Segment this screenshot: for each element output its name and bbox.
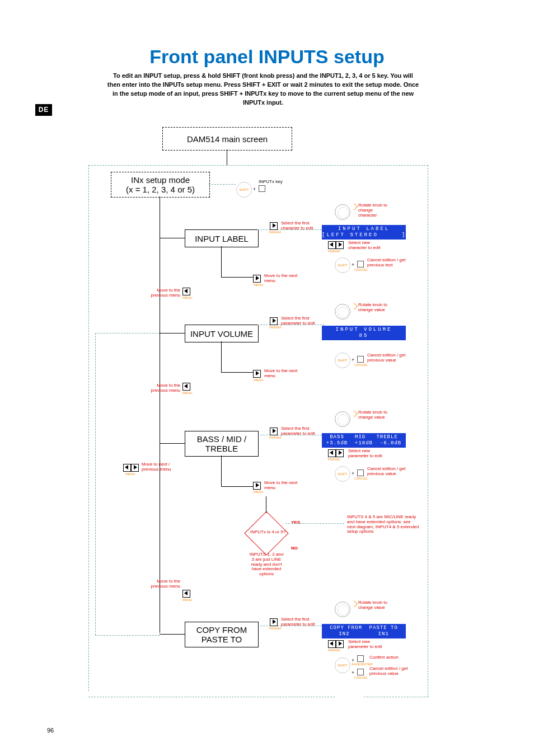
menu-prev-icon-2 (182, 383, 190, 391)
hint-rotate-val-3: Rotate knob to change value (358, 600, 392, 611)
lcd-input-label-r1: INPUT LABEL (322, 226, 406, 232)
shift-icon-3: SHIFT (335, 353, 350, 368)
menu-next-icon (253, 275, 261, 283)
box-input-volume-text: INPUT VOLUME (185, 329, 258, 339)
lcd-volume-r1: INPUT VOLUME (322, 327, 406, 333)
param-right-icon (270, 222, 278, 230)
box-eq-text: BASS / MID / TREBLE (185, 434, 258, 453)
hint-select-first-param-3: Select the first parameter to edit (281, 617, 320, 627)
shift-icon-4: SHIFT (335, 466, 350, 482)
nav-left-icon (328, 241, 336, 249)
hint-prev-menu-3: Move to the previous menu (147, 579, 180, 589)
rotary-knob-icon-3 (335, 411, 350, 427)
language-tab: DE (35, 104, 52, 116)
hint-rotate-val-1: Rotate knob to change value (358, 303, 392, 313)
hint-select-first-param-1: Select the first parameter to edit (281, 316, 320, 326)
shift-icon-5: SHIFT (335, 658, 350, 673)
param-right-icon-3 (270, 428, 278, 435)
decision-yes: YES (291, 520, 300, 525)
hint-cancel-text: Cancel edition / get previous text (367, 258, 406, 268)
param-label: PARAM (269, 231, 281, 234)
param-right-icon-4 (270, 618, 278, 626)
lcd-copy-r2: IN2 IN1 (322, 631, 406, 637)
menu-next-icon-3 (253, 482, 261, 490)
nav-char-pair (328, 241, 345, 249)
menu-prev-icon (182, 288, 190, 295)
lcd-volume-r2: 85 (322, 333, 406, 339)
hint-next-menu-2: Move to the next menu (264, 369, 298, 379)
hint-select-first-char: Select the first character to edit (281, 221, 320, 231)
rotary-knob-icon (335, 204, 350, 220)
menu-label-2: MENU (182, 296, 193, 299)
hint-cancel-val-3: Cancel edition / get previous value (369, 666, 409, 677)
inputx-key-icon (259, 185, 265, 192)
nav-param-pair-eq (328, 449, 345, 457)
box-input-label: INPUT LABEL (185, 229, 259, 247)
flowchart: DAM514 main screen INx setup mode (x = 1… (84, 126, 431, 702)
box-main-screen-label: DAM514 main screen (163, 134, 292, 144)
intro-paragraph: To edit an INPUT setup, press & hold SHI… (106, 72, 420, 107)
hint-next-menu-1: Move to the next menu (264, 274, 298, 284)
cancel-key-label: CANCEL (354, 268, 368, 271)
lcd-input-label: INPUT LABEL [LEFT STEREO ] (322, 225, 406, 240)
menu-prev-icon-3 (182, 590, 190, 598)
hint-prev-menu-2: Move to the previous menu (147, 383, 180, 393)
nav-right-icon (336, 241, 344, 249)
save-key-icon (357, 655, 364, 662)
page-number: 96 (47, 727, 54, 734)
decision-no: NO (291, 546, 298, 551)
shift-icon: SHIFT (236, 182, 252, 198)
decision-yes-note: INPUTS 4 & 5 are MIC/LINE ready and have… (347, 515, 420, 534)
lcd-eq: BASS MID TREBLE +3.5dB +10dB -6.0dB (322, 433, 406, 448)
hint-select-new-param-eq: Select new parameter to edit (348, 449, 387, 459)
menu-next-icon-2 (253, 370, 261, 378)
nav-menu-pair (123, 464, 140, 472)
nav-param-pair-copy (328, 640, 345, 648)
hint-rotate-val-2: Rotate knob to change value (358, 410, 392, 420)
lcd-input-label-r2: [LEFT STEREO ] (322, 232, 406, 238)
hint-nextprev-menu: Move to next / previous menu (142, 462, 176, 472)
hint-prev-menu-1: Move to the previous menu (147, 288, 180, 298)
lcd-copy: COPY FROM PASTE TO IN2 IN1 (322, 624, 406, 638)
decision-text: INPUTx is 4 or 5? (246, 530, 291, 535)
hint-select-new-param-copy: Select new parameter to edit (348, 640, 387, 650)
cancel-key-icon-3 (357, 469, 364, 476)
inputx-key-label: INPUTx key (259, 180, 283, 185)
cancel-key-icon-2 (357, 356, 364, 363)
box-eq: BASS / MID / TREBLE (185, 431, 259, 457)
hint-cancel-val-1: Cancel edition / get previous value (367, 353, 406, 363)
hint-next-menu-3: Move to the next menu (264, 481, 298, 491)
hint-cancel-val-2: Cancel edition / get previous value (367, 467, 406, 477)
rotary-knob-icon-4 (335, 602, 350, 617)
box-input-label-text: INPUT LABEL (185, 234, 258, 243)
page-title: Front panel INPUTS setup (0, 46, 534, 68)
shift-icon-2: SHIFT (335, 257, 350, 273)
cancel-key-icon (357, 261, 364, 267)
box-copy-paste: COPY FROM PASTE TO (185, 622, 259, 647)
hint-select-new-char: Select new character to edit (348, 241, 387, 251)
param-right-icon-2 (270, 317, 278, 325)
lcd-input-volume: INPUT VOLUME 85 (322, 326, 406, 340)
menu-label: MENU (254, 283, 264, 287)
rotary-knob-icon-2 (335, 304, 350, 320)
hint-select-first-param-2: Select the first parameter to edit (281, 426, 320, 436)
decision-no-note: INPUTS 1, 2 and 3 are just LINE ready an… (246, 552, 287, 577)
box-copy-text: COPY FROM PASTE TO (185, 625, 258, 644)
box-input-volume: INPUT VOLUME (185, 325, 259, 342)
lcd-eq-r1: BASS MID TREBLE (322, 434, 406, 440)
hint-confirm: Confirm action (369, 655, 409, 660)
lcd-copy-r1: COPY FROM PASTE TO (322, 625, 406, 631)
lcd-eq-r2: +3.5dB +10dB -6.0dB (322, 440, 406, 447)
box-main-screen: DAM514 main screen (162, 127, 292, 151)
box-setup-mode: INx setup mode (x = 1, 2, 3, 4 or 5) (111, 172, 210, 198)
box-setup-mode-l1: INx setup mode (111, 175, 209, 185)
box-setup-mode-l2: (x = 1, 2, 3, 4 or 5) (111, 185, 209, 194)
hint-rotate-char: Rotate knob to change character (358, 203, 392, 218)
param-label-2: PARAM (328, 250, 340, 253)
cancel-key-icon-4 (357, 669, 364, 675)
